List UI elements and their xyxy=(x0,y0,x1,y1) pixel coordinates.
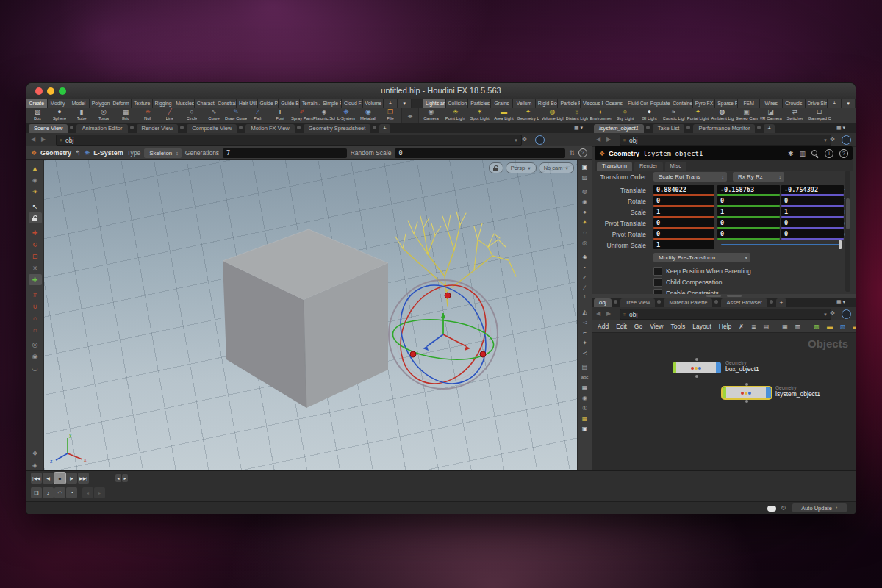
display-option-icon-8[interactable]: ◈ xyxy=(579,251,591,262)
frame-step-0[interactable]: ◂ xyxy=(115,474,121,482)
scale-z-field[interactable]: 1 xyxy=(781,207,844,216)
shelf-tab-fem[interactable]: FEM xyxy=(738,99,761,108)
shelf-tool-file[interactable]: ❐File xyxy=(379,108,401,123)
tab-option-dot[interactable] xyxy=(70,126,74,129)
display-option-icon-2[interactable]: ◍ xyxy=(579,186,591,196)
playbar-option-0[interactable]: ❏ xyxy=(31,487,42,498)
add-shelf-button[interactable]: + xyxy=(828,99,842,108)
display-option-icon-7[interactable]: ◎ xyxy=(579,237,591,248)
display-option-icon-18[interactable]: ▤ xyxy=(579,362,591,372)
message-bubble-icon[interactable] xyxy=(767,506,776,512)
network-toolbar-icon-4[interactable]: ▥ xyxy=(795,323,801,330)
frame-step-1[interactable]: ▸ xyxy=(122,474,128,482)
tab-geometry-spreadsheet[interactable]: Geometry Spreadsheet xyxy=(304,124,371,133)
shelf-tab-rigid-bodies[interactable]: Rigid Bodies xyxy=(536,99,559,108)
sort-icon[interactable]: ⇅ xyxy=(569,149,575,157)
menu-go[interactable]: Go xyxy=(634,323,642,330)
shelf-tab-guide-p[interactable]: Guide P... xyxy=(258,99,279,108)
display-option-icon-12[interactable]: ¹ xyxy=(579,293,591,303)
snap-prims[interactable]: ∩ xyxy=(29,324,42,335)
left-path-field[interactable]: ⌗ obj ▼ xyxy=(56,135,522,146)
shelf-tab-lights-and[interactable]: Lights and... xyxy=(423,99,446,108)
input-connector[interactable] xyxy=(745,383,748,386)
display-option-icon-9[interactable]: • xyxy=(579,262,591,272)
display-option-icon-10[interactable]: ✓ xyxy=(579,272,591,282)
rotate-handle[interactable] xyxy=(384,270,502,398)
display-option-icon-0[interactable]: ▣ xyxy=(579,162,591,172)
menu-view[interactable]: View xyxy=(650,323,663,330)
pivot-translate-y-field[interactable]: 0 xyxy=(717,218,780,227)
shelf-tab-cloud-fx[interactable]: Cloud FX xyxy=(342,99,363,108)
shelf-tab-vellum[interactable]: Vellum xyxy=(513,99,536,108)
shelf-tool-ambient-light[interactable]: ◍Ambient Light xyxy=(710,108,734,123)
modify-pretransform-dropdown[interactable]: Modify Pre-Transform▾ xyxy=(653,253,750,262)
shelf-tab-drive-sim[interactable]: Drive Sim... xyxy=(806,99,828,108)
scale-y-field[interactable]: 1 xyxy=(717,207,780,216)
network-toolbar-icon-2[interactable]: ▤ xyxy=(764,323,770,330)
tab-option-dot[interactable] xyxy=(297,126,301,129)
select-tool[interactable]: ↖ xyxy=(29,201,42,212)
shelf-tool-geometry-light[interactable]: ✦Geometry Light xyxy=(516,108,540,123)
tab-lsystem-object1[interactable]: lsystem_object1 xyxy=(594,124,644,133)
param-tab-transform[interactable]: Transform xyxy=(597,162,632,171)
shelf-tool-environment-light[interactable]: ◐Environment Light xyxy=(589,108,613,123)
tab-render-view[interactable]: Render View xyxy=(137,124,179,133)
tab-option-dot[interactable] xyxy=(657,300,661,304)
param-path-field[interactable]: ⌗ obj ▼ xyxy=(620,135,831,146)
translate-tool[interactable]: ✚ xyxy=(29,227,42,238)
output-connector[interactable] xyxy=(695,375,698,378)
display-option-icon-3[interactable]: ◉ xyxy=(579,196,591,207)
shelf-menu-arrow[interactable]: ▾ xyxy=(398,99,412,108)
shelf-tool-draw-curve[interactable]: ✎Draw Curve xyxy=(225,108,247,123)
xform-order-dropdown[interactable]: Scale Rot Trans↕ xyxy=(653,172,727,182)
translate-z-field[interactable]: -0.754392 xyxy=(781,185,844,194)
tab-material-palette[interactable]: Material Palette xyxy=(664,298,712,307)
clips-icon[interactable]: ▥ xyxy=(799,150,806,157)
rotate-y-field[interactable]: 0 xyxy=(717,196,780,205)
snap-grid[interactable]: # xyxy=(29,289,42,300)
back-icon[interactable]: ◀ xyxy=(596,136,600,143)
rot-order-dropdown[interactable]: Rx Ry Rz↕ xyxy=(733,172,784,182)
node-body[interactable] xyxy=(726,387,766,398)
display-option-icon-24[interactable]: ▣ xyxy=(579,423,591,434)
node-name-field[interactable]: lsystem_object1 xyxy=(643,150,703,157)
playbar-option-2[interactable]: ◠ xyxy=(54,487,65,498)
playbar-option-1[interactable]: ♪ xyxy=(43,487,54,498)
shelf-tool-platonic-solids[interactable]: ◈Platonic Solids xyxy=(313,108,335,123)
shelf-tab-rigging[interactable]: Rigging xyxy=(153,99,174,108)
network-toolbar-icon-6[interactable]: ▬ xyxy=(827,323,833,330)
shelf-tab-volume[interactable]: Volume xyxy=(363,99,384,108)
shelf-tab-muscles[interactable]: Muscles xyxy=(173,99,195,108)
tab-asset-browser[interactable]: Asset Browser xyxy=(721,298,767,307)
shelf-tool-circle[interactable]: ○Circle xyxy=(181,108,203,123)
tab-option-dot[interactable] xyxy=(646,126,650,129)
back-icon[interactable]: ◀ xyxy=(31,136,35,143)
shelf-tab-collisions[interactable]: Collisions xyxy=(446,99,469,108)
display-option-icon-21[interactable]: ◉ xyxy=(579,392,591,403)
keep-position-when-parenting-checkbox[interactable] xyxy=(653,267,662,276)
playbar-option-3[interactable]: ◔ xyxy=(66,487,77,498)
param-pane-menu[interactable]: ▦ ▾ xyxy=(836,125,845,131)
view-arc[interactable]: ◡ xyxy=(29,362,42,373)
shelf-tab-model[interactable]: Model xyxy=(68,99,90,108)
camera-selector[interactable]: No cam▼ xyxy=(539,162,574,173)
show-handles-icon[interactable]: ▲ xyxy=(29,162,42,173)
pivot-rotate-z-field[interactable]: 0 xyxy=(781,229,844,238)
shelf-menu-arrow[interactable]: ▾ xyxy=(842,99,856,108)
transport-0[interactable]: |◀◀ xyxy=(31,473,42,484)
tab-composite-view[interactable]: Composite View xyxy=(187,124,237,133)
shelf-tab-viscous-fl[interactable]: Viscous Fl... xyxy=(581,99,603,108)
back-icon[interactable]: ◀ xyxy=(596,310,600,317)
help-icon[interactable]: ? xyxy=(578,148,587,157)
shelf-tool-vr-camera[interactable]: ◪VR Camera xyxy=(759,108,783,123)
add-shelf-button[interactable]: + xyxy=(384,99,398,108)
shelf-tool-point-light[interactable]: ☀Point Light xyxy=(443,108,467,123)
tab-option-dot[interactable] xyxy=(239,126,243,129)
node-lsystem-object1[interactable] xyxy=(723,387,771,398)
add-tab-button[interactable]: + xyxy=(764,124,774,133)
shelf-tab-crowds[interactable]: Crowds xyxy=(783,99,806,108)
shelf-tab-charact[interactable]: Charact... xyxy=(195,99,216,108)
tab-option-dot[interactable] xyxy=(714,300,718,304)
shelf-tab-terrain[interactable]: Terrain... xyxy=(300,99,321,108)
path-dropdown-icon[interactable]: ▼ xyxy=(514,138,518,143)
